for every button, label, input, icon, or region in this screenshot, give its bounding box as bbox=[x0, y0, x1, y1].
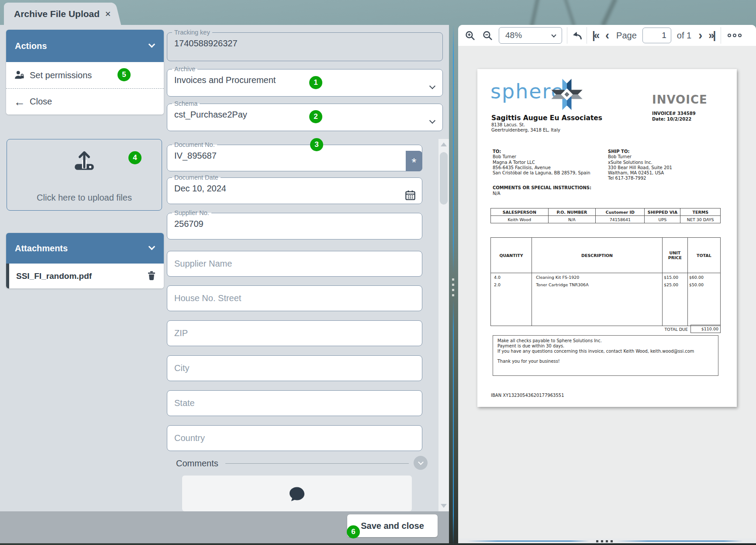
invoice-iban: IBAN XY13230543620177963551 bbox=[491, 393, 564, 398]
step-badge-3: 3 bbox=[310, 138, 323, 151]
page-number-input[interactable] bbox=[642, 28, 671, 43]
archive-field: Archive bbox=[167, 66, 443, 97]
document-date-field: Document Date bbox=[167, 174, 422, 204]
set-permissions-label: Set permissions bbox=[30, 70, 92, 80]
viewer-bottom-splitter[interactable] bbox=[458, 538, 756, 543]
country-input[interactable] bbox=[167, 425, 422, 451]
calendar-icon bbox=[404, 189, 416, 201]
zoom-level-value: 48% bbox=[505, 31, 522, 40]
scroll-up-arrow[interactable] bbox=[441, 142, 447, 146]
background-decor bbox=[601, 0, 618, 27]
splitter-grip[interactable] bbox=[596, 540, 613, 542]
set-permissions-button[interactable]: Set permissions bbox=[6, 62, 164, 88]
document-date-input[interactable] bbox=[174, 182, 394, 196]
chevron-down-icon bbox=[148, 41, 155, 48]
panel-splitter-grip[interactable] bbox=[452, 275, 455, 299]
first-page-button[interactable]: |« bbox=[592, 30, 598, 41]
zoom-level-select[interactable]: 48% bbox=[499, 27, 562, 44]
scrollbar-thumb[interactable] bbox=[440, 152, 448, 205]
tab-archive-file-upload[interactable]: Archive File Upload ✕ bbox=[4, 3, 112, 25]
scroll-down-arrow[interactable] bbox=[441, 504, 447, 508]
invoice-company-name: Sagittis Augue Eu Associates bbox=[491, 114, 602, 122]
delete-attachment-button[interactable] bbox=[146, 270, 157, 283]
save-and-close-button[interactable]: Save and close bbox=[347, 514, 438, 537]
invoice-footer-box: Make all checks payable to Sphere Soluti… bbox=[493, 335, 718, 376]
attachment-row[interactable]: SSI_FI_random.pdf bbox=[6, 264, 164, 288]
zoom-in-button[interactable] bbox=[463, 30, 477, 41]
previous-page-button[interactable]: ‹ bbox=[605, 30, 609, 42]
undo-arrow-icon bbox=[571, 30, 583, 41]
table-row: 4.0 2.0 Cleaning Kit FS-1920 Toner Cartr… bbox=[491, 273, 721, 326]
pdf-viewer-panel: 48% |« ‹ Page of 1 › »| bbox=[458, 25, 756, 543]
schema-label: Schema bbox=[172, 101, 200, 107]
attachments-header[interactable]: Attachments bbox=[6, 233, 164, 264]
toolbar-divider bbox=[567, 27, 567, 44]
more-options-button[interactable] bbox=[728, 34, 742, 37]
actions-card: Actions Set permissions ← Close bbox=[6, 30, 164, 115]
schema-select[interactable] bbox=[174, 108, 414, 122]
invoice-company-addr: Geertruidenberg, 3418 EL, Italy bbox=[491, 128, 560, 133]
total-due-value: $110.00 bbox=[690, 325, 721, 333]
page-count-label: of 1 bbox=[677, 31, 691, 41]
last-page-button[interactable]: »| bbox=[708, 30, 715, 41]
document-no-input[interactable] bbox=[174, 149, 394, 163]
zoom-in-icon bbox=[465, 30, 476, 41]
invoice-number: INVOICE# 334589 bbox=[652, 111, 696, 116]
invoice-info-table: SALESPERSON P.O. NUMBER Customer ID SHIP… bbox=[490, 208, 721, 223]
desktop: Archive File Upload ✕ Actions Set permis… bbox=[0, 0, 756, 545]
date-picker-button[interactable] bbox=[404, 189, 416, 203]
street-input[interactable] bbox=[167, 285, 422, 311]
invoice-comments-value: N/A bbox=[493, 191, 501, 196]
required-marker: * bbox=[406, 151, 422, 172]
upload-label: Click here to upload files bbox=[7, 193, 162, 203]
zip-input[interactable] bbox=[167, 320, 422, 346]
panel-splitter-line bbox=[453, 299, 454, 545]
invoice-page: sphere bbox=[477, 69, 737, 407]
chevron-down-icon[interactable] bbox=[429, 83, 435, 89]
actions-title: Actions bbox=[15, 41, 47, 51]
zoom-out-icon bbox=[482, 30, 493, 41]
total-due-label: TOTAL DUE bbox=[608, 327, 688, 332]
chevron-down-icon bbox=[418, 459, 424, 465]
chevron-down-icon bbox=[551, 32, 556, 37]
invoice-title: INVOICE bbox=[652, 93, 708, 106]
tab-close-icon[interactable]: ✕ bbox=[105, 10, 111, 19]
upload-dropzone[interactable]: Click here to upload files bbox=[7, 139, 162, 211]
upload-icon bbox=[74, 151, 95, 171]
comment-bubble-icon bbox=[287, 485, 307, 504]
chevron-down-icon[interactable] bbox=[429, 117, 435, 123]
user-lock-icon bbox=[14, 69, 25, 81]
more-options-icon bbox=[728, 34, 731, 37]
comments-collapse-button[interactable] bbox=[414, 456, 428, 470]
tracking-key-label: Tracking key bbox=[172, 29, 212, 36]
close-label: Close bbox=[30, 97, 52, 107]
add-comment-area[interactable] bbox=[182, 476, 412, 511]
invoice-meta: INVOICE# 334589 Date: 10/2/2022 bbox=[652, 111, 696, 122]
arrow-left-icon: ← bbox=[14, 96, 25, 108]
supplier-no-field: Supplier No. bbox=[167, 210, 422, 240]
next-page-button[interactable]: › bbox=[698, 30, 702, 42]
supplier-name-input[interactable] bbox=[167, 251, 422, 277]
close-button[interactable]: ← Close bbox=[6, 88, 164, 115]
document-no-field: Document No. * bbox=[167, 142, 422, 171]
toolbar-divider bbox=[721, 27, 721, 44]
invoice-company-addr: 8138 Lacus. St. bbox=[491, 122, 525, 128]
comments-divider bbox=[225, 463, 409, 464]
state-input[interactable] bbox=[167, 390, 422, 416]
document-date-label: Document Date bbox=[172, 174, 221, 181]
zoom-out-button[interactable] bbox=[480, 30, 495, 41]
undo-rotate-button[interactable] bbox=[568, 30, 586, 41]
page-label: Page bbox=[616, 31, 637, 41]
invoice-comments-label: COMMENTS OR SPECIAL INSTRUCTIONS: bbox=[493, 185, 591, 191]
archive-select[interactable] bbox=[174, 73, 414, 87]
actions-header[interactable]: Actions bbox=[6, 30, 164, 62]
supplier-no-input[interactable] bbox=[174, 217, 394, 231]
form-scrollbar[interactable] bbox=[438, 139, 449, 511]
step-badge-5: 5 bbox=[117, 68, 131, 81]
tracking-key-field: Tracking key bbox=[167, 29, 443, 61]
tab-title: Archive File Upload bbox=[14, 9, 100, 19]
attachments-title: Attachments bbox=[15, 243, 68, 253]
city-input[interactable] bbox=[167, 355, 422, 381]
toolbar-divider bbox=[587, 27, 587, 44]
to-label: TO: bbox=[493, 149, 602, 154]
